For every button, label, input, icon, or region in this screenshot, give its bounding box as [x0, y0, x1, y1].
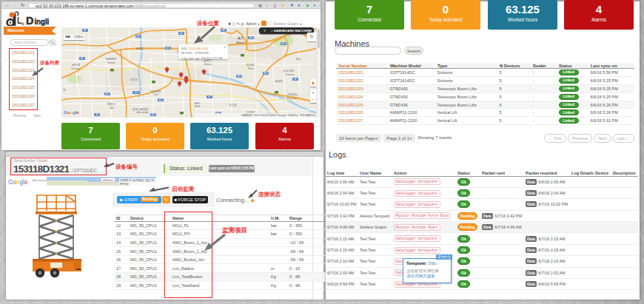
svg-text:A5: A5: [81, 57, 84, 60]
svg-text:A7: A7: [208, 95, 211, 98]
svg-text:ingli: ingli: [35, 18, 50, 26]
svg-text:洛迪: 洛迪: [295, 58, 301, 61]
svg-text:A50: A50: [249, 36, 253, 39]
svg-text:A8: A8: [222, 29, 225, 32]
svg-text:科德尼: 科德尼: [275, 80, 283, 83]
svg-text:基瓦索: 基瓦索: [72, 64, 80, 67]
svg-text:Mortara: Mortara: [204, 63, 212, 66]
svg-text:Trino: Trino: [153, 93, 158, 96]
svg-text:Milano: Milano: [236, 41, 246, 44]
svg-text:A4: A4: [84, 29, 87, 32]
svg-text:Cremona: Cremona: [285, 73, 295, 76]
svg-text:阿斯蒂: 阿斯蒂: [107, 103, 115, 106]
svg-text:A53: A53: [238, 75, 241, 78]
svg-text:Pavia: Pavia: [248, 67, 254, 70]
svg-text:A6: A6: [95, 113, 98, 116]
svg-text:A21: A21: [159, 98, 163, 101]
svg-text:Santhia: Santhia: [107, 61, 115, 64]
svg-text:Mede: Mede: [195, 105, 201, 108]
svg-text:Alessandria: Alessandria: [137, 111, 149, 114]
svg-text:皮亚修征: 皮亚修征: [287, 92, 298, 96]
svg-text:A51: A51: [282, 42, 286, 45]
svg-text:米兰区: 米兰区: [229, 104, 237, 107]
svg-text:Google: Google: [8, 179, 28, 186]
svg-text:A33: A33: [152, 113, 155, 116]
svg-text:灵: 灵: [63, 89, 66, 92]
svg-text:沃里达: 沃里达: [130, 78, 138, 81]
svg-text:Piacenza: Piacenza: [287, 97, 297, 100]
svg-text:维杰区: 维杰区: [246, 63, 255, 67]
svg-text:E70: E70: [135, 91, 138, 94]
svg-text:A4: A4: [180, 32, 183, 35]
svg-text:塞姆西安: 塞姆西安: [106, 57, 117, 61]
svg-text:A26: A26: [167, 47, 170, 50]
svg-text:米兰: 米兰: [237, 36, 244, 40]
svg-text:加得区: 加得区: [135, 47, 144, 50]
svg-text:A1: A1: [294, 78, 297, 81]
svg-text:科来羊券: 科来羊券: [284, 70, 295, 72]
svg-text:D: D: [26, 15, 33, 26]
svg-text:A26: A26: [137, 35, 141, 38]
svg-text:A21: A21: [106, 92, 110, 95]
svg-text:Asti: Asti: [110, 107, 114, 109]
svg-text:A54: A54: [264, 72, 268, 75]
svg-text:Chivasso: Chivasso: [71, 67, 81, 70]
